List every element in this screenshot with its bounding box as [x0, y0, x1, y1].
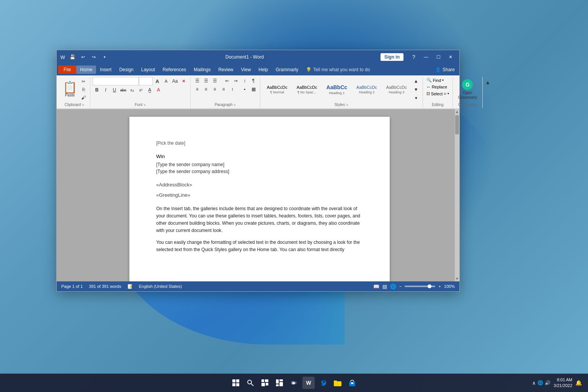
- search-taskbar-btn[interactable]: [244, 377, 256, 389]
- word-count[interactable]: 391 of 391 words: [89, 284, 121, 289]
- zoom-level[interactable]: 100%: [444, 284, 455, 289]
- menu-layout[interactable]: Layout: [137, 65, 159, 74]
- window-maximize-btn[interactable]: ☐: [433, 52, 444, 62]
- sort-btn[interactable]: ↕: [240, 77, 249, 85]
- window-minimize-btn[interactable]: —: [420, 52, 432, 62]
- menu-file[interactable]: File: [58, 65, 76, 74]
- doc-scroll[interactable]: [Pick the date] Win [Type the sender com…: [64, 109, 455, 281]
- menu-insert[interactable]: Insert: [96, 65, 115, 74]
- bold-btn[interactable]: B: [93, 86, 101, 94]
- find-dropdown[interactable]: ▾: [442, 78, 444, 82]
- superscript-btn[interactable]: x²: [137, 86, 145, 94]
- line-spacing-btn[interactable]: ↕: [228, 85, 237, 93]
- style-heading3[interactable]: AaBbCcDc Heading 3: [382, 83, 411, 96]
- undo-btn[interactable]: ↩: [79, 53, 87, 61]
- strikethrough-btn[interactable]: abc: [119, 86, 127, 94]
- doc-name-field[interactable]: Win: [156, 153, 363, 160]
- menu-mailings[interactable]: Mailings: [190, 65, 214, 74]
- collapse-ribbon-btn[interactable]: ▲: [483, 78, 492, 86]
- style-normal[interactable]: AaBbCcDc ¶ Normal: [263, 83, 292, 96]
- menu-home[interactable]: Home: [76, 65, 96, 74]
- italic-btn[interactable]: I: [101, 86, 110, 94]
- customize-qat-btn[interactable]: ▾: [100, 53, 109, 61]
- borders-btn[interactable]: ▦: [249, 85, 258, 93]
- increase-indent-btn[interactable]: ⇒: [232, 77, 240, 85]
- underline-btn[interactable]: U: [110, 86, 119, 94]
- start-btn[interactable]: [230, 377, 242, 389]
- shading-btn[interactable]: ▪: [240, 85, 249, 93]
- view-read-btn[interactable]: 📖: [373, 284, 379, 289]
- view-web-btn[interactable]: 🌐: [390, 284, 396, 289]
- explorer-taskbar-btn[interactable]: [332, 377, 344, 389]
- proofing-icon[interactable]: 📝: [127, 284, 133, 289]
- chevron-up-icon[interactable]: ∧: [532, 380, 536, 386]
- word-taskbar-btn[interactable]: W: [302, 377, 315, 389]
- doc-para1[interactable]: On the Insert tab, the galleries include…: [156, 205, 363, 235]
- doc-address-block[interactable]: «AddressBlock»: [156, 181, 363, 189]
- volume-icon[interactable]: 🔊: [545, 380, 550, 385]
- copy-btn[interactable]: ⎘: [79, 86, 88, 93]
- widgets-btn[interactable]: [273, 377, 286, 389]
- select-btn[interactable]: ⊡ Select = ▾: [425, 90, 450, 97]
- select-dropdown[interactable]: ▾: [448, 92, 449, 95]
- style-heading1[interactable]: AaBbCc Heading 1: [322, 82, 351, 97]
- find-btn[interactable]: 🔍 Find ▾: [425, 77, 445, 83]
- text-highlight-btn[interactable]: A̲: [145, 86, 154, 94]
- font-shrink-btn[interactable]: A: [162, 77, 170, 85]
- paragraph-dialog-btn[interactable]: ↘: [233, 103, 236, 106]
- document-page[interactable]: [Pick the date] Win [Type the sender com…: [129, 117, 390, 281]
- open-grammarly-btn[interactable]: G OpenGrammarly: [455, 78, 480, 101]
- window-help-btn[interactable]: ?: [408, 52, 420, 62]
- edge-taskbar-btn[interactable]: [317, 377, 329, 389]
- zoom-slider[interactable]: [405, 286, 435, 287]
- styles-more-btn[interactable]: ▾: [412, 94, 420, 102]
- doc-para2[interactable]: You can easily change the formatting of …: [156, 239, 363, 253]
- styles-dialog-btn[interactable]: ↘: [346, 103, 348, 106]
- clipboard-dialog-btn[interactable]: ↘: [82, 103, 84, 106]
- align-center-btn[interactable]: ≡: [202, 85, 210, 93]
- format-painter-btn[interactable]: 🖌: [79, 94, 88, 101]
- scroll-up-btn[interactable]: ▲: [456, 110, 459, 114]
- cut-btn[interactable]: ✂: [79, 78, 88, 85]
- font-color-btn[interactable]: A: [154, 86, 163, 94]
- redo-btn[interactable]: ↪: [90, 53, 98, 61]
- save-titlebar-btn[interactable]: 💾: [68, 53, 77, 61]
- justify-btn[interactable]: ≡: [219, 85, 228, 93]
- tell-me-text[interactable]: Tell me what you want to do: [313, 67, 370, 72]
- clear-format-btn[interactable]: ✕: [180, 77, 188, 85]
- menu-review[interactable]: Review: [214, 65, 237, 74]
- bullets-btn[interactable]: ☰: [193, 77, 201, 85]
- doc-company-name[interactable]: [Type the sender company name]: [156, 161, 363, 168]
- menu-help[interactable]: Help: [255, 65, 272, 74]
- doc-greeting-line[interactable]: «GreetingLine»: [156, 191, 363, 199]
- menu-view[interactable]: View: [237, 65, 255, 74]
- language[interactable]: English (United States): [139, 284, 182, 289]
- signin-btn[interactable]: Sign in: [381, 53, 403, 61]
- decrease-indent-btn[interactable]: ⇐: [223, 77, 231, 85]
- menu-design[interactable]: Design: [115, 65, 137, 74]
- font-size-input[interactable]: [139, 77, 153, 85]
- menu-references[interactable]: References: [159, 65, 190, 74]
- styles-scroll-down[interactable]: ▼: [412, 86, 420, 93]
- zoom-plus-btn[interactable]: +: [438, 284, 441, 289]
- subscript-btn[interactable]: x₂: [128, 86, 136, 94]
- store-taskbar-btn[interactable]: [346, 377, 358, 389]
- doc-company-address[interactable]: [Type the sender company address]: [156, 168, 363, 175]
- network-icon[interactable]: 🌐: [537, 380, 543, 385]
- change-case-btn[interactable]: Aa: [171, 77, 179, 85]
- replace-btn[interactable]: ↔ Replace: [425, 84, 448, 90]
- view-print-btn[interactable]: ▤: [382, 284, 387, 289]
- paste-btn[interactable]: 📋 Paste: [61, 81, 78, 98]
- task-view-btn[interactable]: [259, 377, 271, 389]
- font-grow-btn[interactable]: A: [153, 77, 162, 85]
- zoom-minus-btn[interactable]: −: [399, 284, 402, 289]
- show-marks-btn[interactable]: ¶: [249, 77, 258, 85]
- chat-btn[interactable]: 💬: [288, 377, 300, 389]
- zoom-thumb[interactable]: [428, 284, 431, 288]
- share-btn[interactable]: 👤 Share: [432, 65, 458, 74]
- style-nospace[interactable]: AaBbCcDc ¶ No Spac...: [292, 83, 322, 96]
- font-dialog-btn[interactable]: ↘: [143, 103, 146, 106]
- menu-grammarly[interactable]: Grammarly: [272, 65, 302, 74]
- multilevel-btn[interactable]: ☰: [211, 77, 219, 85]
- scroll-thumb[interactable]: [455, 115, 459, 134]
